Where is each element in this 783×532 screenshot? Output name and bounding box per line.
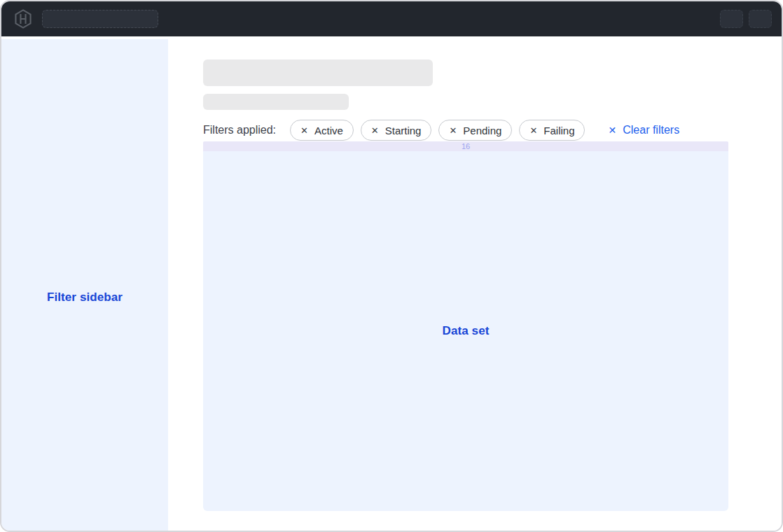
filter-chip-starting[interactable]: ✕ Starting: [361, 120, 432, 141]
filter-chip-pending[interactable]: ✕ Pending: [438, 120, 512, 141]
data-set-label: Data set: [443, 324, 490, 338]
filters-applied-label: Filters applied:: [203, 124, 276, 136]
remove-filter-icon[interactable]: ✕: [449, 126, 457, 135]
filters-applied-row: Filters applied: ✕ Active ✕ Starting ✕ P…: [203, 120, 782, 141]
top-navbar: [1, 1, 782, 36]
nav-menu-placeholder: [42, 10, 158, 28]
filter-sidebar-label: Filter sidebar: [1, 290, 168, 304]
data-set-area: Data set: [203, 151, 728, 511]
remove-filter-icon[interactable]: ✕: [529, 126, 537, 135]
filter-chip-active[interactable]: ✕ Active: [290, 120, 354, 141]
page-title-placeholder: [203, 59, 433, 86]
remove-filter-icon[interactable]: ✕: [371, 126, 379, 135]
clear-filters-label: Clear filters: [623, 125, 679, 136]
app-window: Filter sidebar Filters applied: ✕ Active…: [0, 0, 783, 532]
main-content: Filters applied: ✕ Active ✕ Starting ✕ P…: [168, 39, 782, 531]
clear-filters-icon: ✕: [608, 125, 616, 135]
hashicorp-logo-icon: [13, 9, 33, 29]
nav-action-placeholder-2[interactable]: [749, 10, 772, 28]
remove-filter-icon[interactable]: ✕: [300, 126, 308, 135]
filter-chip-label: Failing: [543, 125, 574, 136]
clear-filters-button[interactable]: ✕ Clear filters: [608, 125, 679, 136]
result-count-bar: 16: [203, 141, 728, 151]
app-body: Filter sidebar Filters applied: ✕ Active…: [1, 39, 782, 531]
subtitle-placeholder: [203, 94, 349, 110]
filter-chip-label: Pending: [463, 125, 501, 136]
filter-chip-label: Starting: [385, 125, 422, 136]
filter-chip-failing[interactable]: ✕ Failing: [519, 120, 585, 141]
filter-chip-label: Active: [314, 125, 343, 136]
nav-action-placeholder-1[interactable]: [720, 10, 743, 28]
filter-sidebar: Filter sidebar: [1, 39, 168, 531]
